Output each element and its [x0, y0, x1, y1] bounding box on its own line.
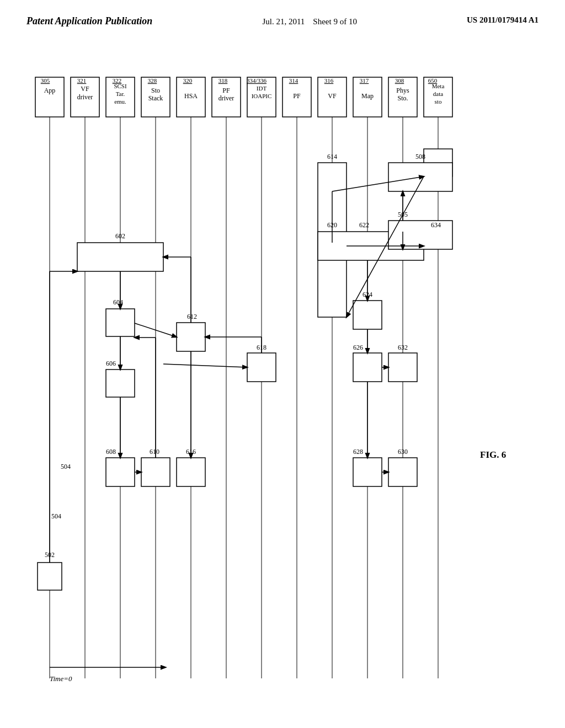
svg-text:318: 318	[218, 77, 228, 84]
svg-text:App: App	[44, 87, 56, 94]
svg-text:PF: PF	[293, 92, 301, 100]
svg-text:650: 650	[428, 77, 438, 84]
svg-rect-90	[353, 353, 382, 382]
figure-label: FIG. 6	[480, 449, 506, 460]
svg-text:IDT: IDT	[257, 85, 267, 92]
svg-text:602: 602	[115, 232, 125, 240]
svg-rect-86	[388, 221, 452, 249]
svg-text:316: 316	[324, 77, 334, 84]
svg-text:608: 608	[106, 448, 116, 456]
svg-text:Sto.: Sto.	[397, 94, 408, 102]
sheet-info: Sheet 9 of 10	[313, 17, 357, 26]
svg-text:Map: Map	[361, 92, 374, 100]
svg-rect-94	[388, 458, 417, 486]
svg-text:622: 622	[359, 221, 369, 229]
svg-text:606: 606	[106, 360, 116, 367]
svg-text:612: 612	[187, 313, 197, 320]
svg-text:VF: VF	[81, 85, 89, 93]
svg-text:314: 314	[289, 77, 299, 84]
svg-text:628: 628	[353, 448, 363, 456]
svg-text:305: 305	[41, 77, 50, 84]
svg-text:sto: sto	[435, 98, 442, 105]
diagram-area: App 305 VF driver 321 SCSI Tar. emu. 322…	[0, 72, 565, 706]
svg-text:Stack: Stack	[148, 94, 163, 102]
svg-rect-72	[177, 323, 205, 351]
svg-text:634: 634	[431, 221, 441, 229]
svg-text:321: 321	[77, 77, 87, 84]
svg-text:emu.: emu.	[114, 98, 126, 105]
svg-text:604: 604	[113, 298, 123, 306]
svg-text:626: 626	[353, 344, 363, 351]
svg-text:data: data	[433, 90, 443, 97]
svg-rect-70	[141, 458, 170, 486]
svg-rect-92	[353, 458, 382, 486]
svg-text:508: 508	[415, 153, 425, 160]
svg-rect-96	[388, 353, 417, 382]
svg-text:610: 610	[150, 448, 159, 456]
svg-rect-79	[247, 353, 276, 382]
svg-text:504: 504	[51, 512, 61, 520]
publication-title: Patent Application Publication	[26, 15, 152, 27]
svg-text:308: 308	[395, 77, 404, 84]
svg-text:632: 632	[398, 344, 408, 351]
svg-text:328: 328	[148, 77, 157, 84]
svg-text:HSA: HSA	[184, 92, 198, 100]
svg-rect-68	[106, 458, 135, 486]
sequence-diagram: App 305 VF driver 321 SCSI Tar. emu. 322…	[0, 72, 565, 706]
publication-date: Jul. 21, 2011	[262, 17, 305, 26]
page-header: Patent Application Publication Jul. 21, …	[0, 0, 565, 28]
svg-rect-84	[353, 301, 382, 329]
svg-rect-64	[106, 309, 135, 336]
patent-number: US 2011/0179414 A1	[467, 15, 539, 25]
svg-text:322: 322	[113, 77, 122, 84]
header-center: Jul. 21, 2011 Sheet 9 of 10	[262, 15, 357, 28]
svg-text:317: 317	[360, 77, 369, 84]
svg-text:driver: driver	[77, 93, 93, 101]
svg-text:630: 630	[398, 448, 408, 456]
svg-text:504: 504	[61, 463, 71, 470]
svg-rect-62	[77, 243, 163, 271]
svg-line-114	[163, 364, 247, 367]
svg-text:Time=0: Time=0	[50, 675, 72, 683]
svg-text:IOAPIC: IOAPIC	[252, 93, 272, 99]
svg-text:driver: driver	[218, 94, 234, 102]
svg-text:PF: PF	[222, 87, 230, 94]
svg-rect-66	[106, 370, 135, 397]
svg-text:Tar.: Tar.	[116, 90, 125, 97]
svg-rect-59	[38, 563, 62, 590]
svg-rect-77	[177, 458, 205, 486]
svg-text:614: 614	[327, 153, 337, 160]
svg-text:334/336: 334/336	[247, 77, 267, 84]
svg-text:VF: VF	[328, 92, 337, 100]
svg-text:Phys: Phys	[396, 87, 409, 94]
svg-text:320: 320	[183, 77, 193, 84]
svg-text:Sto: Sto	[151, 87, 160, 94]
